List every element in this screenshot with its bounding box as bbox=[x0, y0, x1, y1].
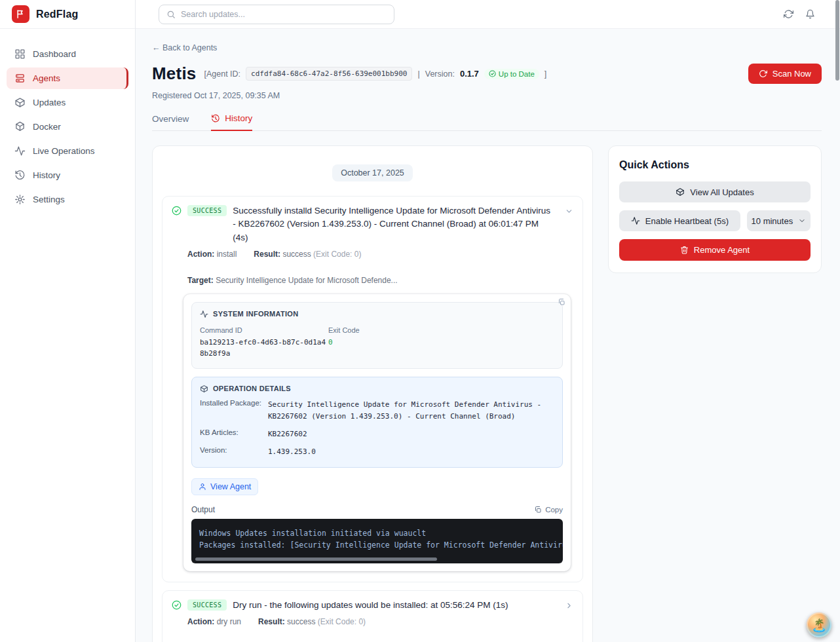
sidebar-item-history[interactable]: History bbox=[7, 164, 128, 186]
island-widget-button[interactable]: 🏝️ bbox=[807, 613, 831, 637]
topbar-icons bbox=[784, 9, 815, 19]
activity-icon bbox=[200, 310, 208, 318]
terminal-line: Windows Updates installation initiated v… bbox=[199, 528, 555, 539]
detail-row: Version: 1.439.253.0 bbox=[200, 446, 554, 458]
terminal-horizontal-scrollbar[interactable] bbox=[195, 557, 437, 561]
status-badge: Up to Date bbox=[484, 69, 539, 79]
tab-overview[interactable]: Overview bbox=[152, 113, 189, 130]
view-all-updates-button[interactable]: View All Updates bbox=[619, 181, 811, 202]
check-circle-icon bbox=[489, 70, 496, 77]
refresh-icon[interactable] bbox=[784, 9, 793, 19]
history-entry: SUCCESS Dry run - the following updates … bbox=[162, 590, 583, 642]
tab-history[interactable]: History bbox=[211, 113, 252, 131]
entry-meta: Action: install Result: success (Exit Co… bbox=[187, 250, 573, 285]
sidebar-item-label: Dashboard bbox=[33, 49, 76, 59]
registered-date: Registered Oct 17, 2025, 09:35 AM bbox=[152, 91, 822, 100]
brand-name: RedFlag bbox=[36, 9, 79, 20]
page-title: Metis bbox=[152, 64, 196, 84]
status-badge: SUCCESS bbox=[187, 599, 227, 611]
sidebar-item-label: Agents bbox=[33, 73, 60, 83]
tab-bar: Overview History bbox=[152, 113, 822, 131]
sidebar-item-agents[interactable]: Agents bbox=[7, 67, 128, 89]
search-input[interactable] bbox=[181, 10, 387, 19]
sidebar-item-label: Updates bbox=[33, 98, 66, 107]
scan-now-button[interactable]: Scan Now bbox=[748, 64, 822, 84]
collapse-toggle[interactable] bbox=[565, 207, 573, 216]
entry-header[interactable]: SUCCESS Dry run - the following updates … bbox=[172, 599, 573, 612]
activity-icon bbox=[631, 216, 640, 225]
back-to-agents-link[interactable]: ← Back to Agents bbox=[152, 43, 822, 52]
command-id-value: ba129213-efc0-4d63-b87c-0d1a48b28f9a bbox=[200, 337, 328, 360]
sidebar-item-label: Live Operations bbox=[33, 146, 95, 156]
package-icon bbox=[200, 385, 208, 393]
redflag-logo-icon bbox=[12, 5, 29, 23]
agent-id-value: cdfdfa84-68c6-47a2-8f56-639e001bb900 bbox=[246, 67, 412, 81]
activity-icon bbox=[14, 145, 26, 157]
terminal-line: Packages installed: [Security Intelligen… bbox=[199, 540, 555, 551]
sidebar-item-label: History bbox=[33, 170, 60, 180]
enable-heartbeat-button[interactable]: Enable Heartbeat (5s) bbox=[619, 210, 740, 231]
chevron-down-icon bbox=[565, 207, 573, 216]
copy-output-button[interactable]: Copy bbox=[534, 506, 563, 514]
exit-code-label: Exit Code bbox=[328, 326, 360, 334]
expand-toggle[interactable] bbox=[565, 601, 573, 610]
exit-code-value: 0 bbox=[328, 337, 360, 349]
chevron-right-icon bbox=[565, 601, 573, 610]
entry-detail-panel: SYSTEM INFORMATION Command ID ba129213-e… bbox=[183, 294, 571, 571]
sidebar-item-docker[interactable]: Docker bbox=[7, 116, 128, 138]
history-icon bbox=[211, 114, 220, 123]
detail-row: Installed Package: Security Intelligence… bbox=[200, 399, 554, 423]
pipe-divider: | bbox=[417, 69, 419, 79]
package-icon bbox=[14, 97, 26, 108]
check-circle-icon bbox=[172, 600, 181, 610]
person-icon bbox=[199, 483, 206, 491]
view-agent-button[interactable]: View Agent bbox=[191, 478, 258, 495]
sidebar-nav: Dashboard Agents Updates Docker Live Ope… bbox=[0, 29, 135, 225]
sidebar-item-dashboard[interactable]: Dashboard bbox=[7, 43, 128, 65]
gear-icon bbox=[14, 194, 26, 205]
close-bracket: ] bbox=[544, 69, 546, 79]
copy-icon[interactable] bbox=[558, 298, 565, 306]
history-icon bbox=[14, 170, 26, 181]
heartbeat-interval-select[interactable]: 10 minutes bbox=[747, 210, 811, 231]
date-header: October 17, 2025 bbox=[332, 164, 413, 181]
sidebar-item-label: Settings bbox=[33, 195, 65, 204]
agent-id-label: [Agent ID: bbox=[204, 69, 240, 79]
history-timeline-card: October 17, 2025 SUCCESS Successfully in… bbox=[152, 145, 593, 642]
operation-details-title: OPERATION DETAILS bbox=[213, 385, 291, 392]
output-label: Output bbox=[191, 505, 215, 514]
history-entry: SUCCESS Successfully installd Security I… bbox=[162, 196, 583, 582]
quick-actions-card: Quick Actions View All Updates Enable He… bbox=[608, 145, 822, 273]
remove-agent-button[interactable]: Remove Agent bbox=[619, 239, 811, 261]
version-value: 0.1.7 bbox=[460, 69, 479, 79]
trash-icon bbox=[680, 246, 689, 254]
command-id-label: Command ID bbox=[200, 326, 328, 334]
check-circle-icon bbox=[172, 206, 181, 216]
sidebar-item-label: Docker bbox=[33, 122, 61, 132]
status-badge: SUCCESS bbox=[187, 205, 227, 216]
brand: RedFlag bbox=[0, 0, 135, 29]
sidebar-item-updates[interactable]: Updates bbox=[7, 92, 128, 113]
copy-icon bbox=[534, 506, 542, 514]
search-box[interactable] bbox=[159, 5, 394, 24]
sidebar-item-settings[interactable]: Settings bbox=[7, 189, 128, 210]
entry-title: Dry run - the following updates would be… bbox=[233, 599, 559, 612]
entry-meta: Action: dry run Result: success (Exit Co… bbox=[187, 617, 573, 642]
chevron-down-icon bbox=[798, 217, 806, 225]
sidebar: RedFlag Dashboard Agents Updates Docker … bbox=[0, 0, 136, 642]
main-content: ← Back to Agents Metis [Agent ID: cdfdfa… bbox=[136, 29, 840, 642]
topbar bbox=[136, 0, 840, 29]
package-icon bbox=[676, 187, 685, 197]
sidebar-item-live-operations[interactable]: Live Operations bbox=[7, 140, 128, 162]
system-information-title: SYSTEM INFORMATION bbox=[213, 310, 298, 318]
output-terminal: Windows Updates installation initiated v… bbox=[191, 519, 563, 563]
docker-icon bbox=[14, 121, 26, 132]
search-icon bbox=[166, 10, 176, 19]
detail-row: KB Articles: KB2267602 bbox=[200, 428, 554, 440]
window-vertical-scrollbar[interactable] bbox=[835, 0, 839, 81]
entry-header[interactable]: SUCCESS Successfully installd Security I… bbox=[172, 204, 573, 244]
refresh-icon bbox=[759, 69, 767, 78]
quick-actions-title: Quick Actions bbox=[619, 159, 811, 171]
bell-icon[interactable] bbox=[805, 9, 815, 19]
version-label: Version: bbox=[425, 69, 455, 79]
